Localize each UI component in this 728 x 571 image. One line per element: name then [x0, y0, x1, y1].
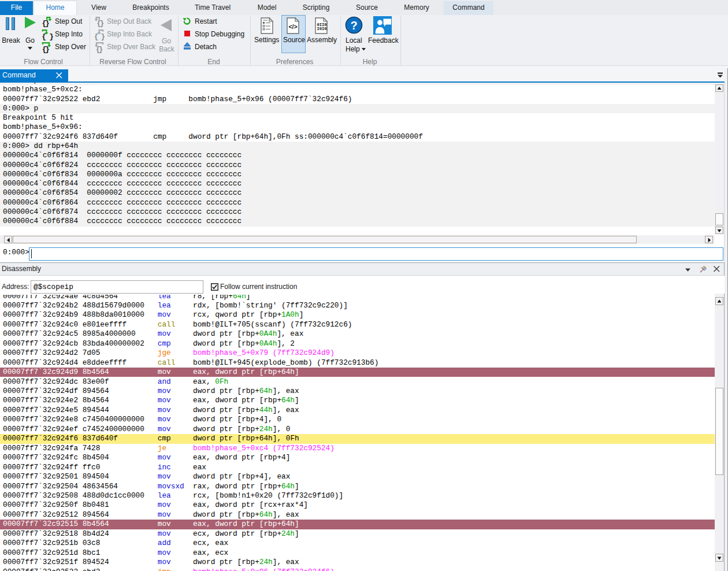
svg-text:}: }: [45, 19, 50, 28]
svg-text:}: }: [49, 32, 53, 41]
svg-text:</>: </>: [288, 23, 297, 30]
svg-text:{: {: [94, 32, 99, 41]
svg-text:}: }: [101, 32, 105, 41]
svg-text:}: }: [99, 45, 103, 53]
svg-text:}: }: [100, 19, 105, 28]
svg-text:I0I0I: I0I0I: [317, 27, 328, 31]
svg-text:?: ?: [350, 19, 357, 32]
